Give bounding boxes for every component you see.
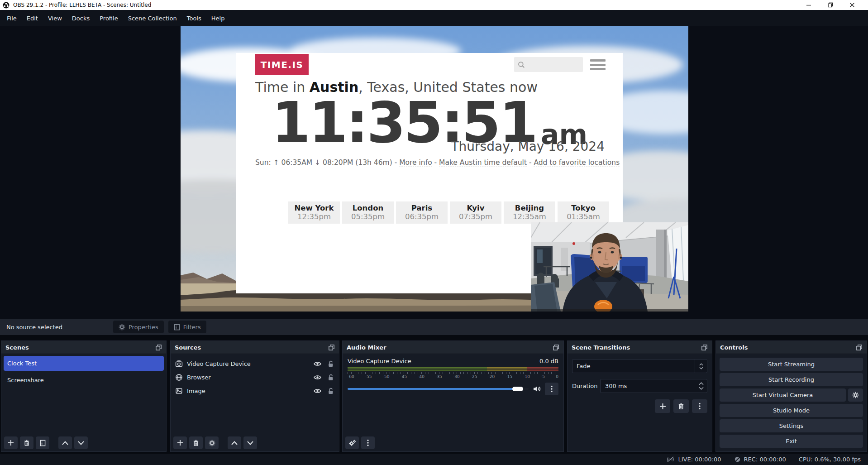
rec-status: REC: 00:00:00 [734,456,786,463]
start-recording-button[interactable]: Start Recording [720,373,863,386]
close-button[interactable] [844,0,860,10]
world-cities-row: New York12:35pm London05:35pm Paris06:35… [288,201,609,224]
program-preview-canvas[interactable]: TIME.IS Time in Austin, Texas, United St… [181,26,688,312]
studio-mode-button[interactable]: Studio Mode [720,404,863,417]
sources-list: Video Capture Device Browser [171,357,339,398]
volume-slider-handle[interactable] [512,387,523,391]
popout-icon[interactable] [155,344,162,351]
menu-edit[interactable]: Edit [22,11,43,26]
cpu-fps-status: CPU: 0.6%, 30.00 fps [799,456,861,463]
settings-button[interactable]: Settings [720,419,863,432]
popout-icon[interactable] [553,344,559,351]
menu-view[interactable]: View [43,11,67,26]
scene-item-screenshare[interactable]: Screenshare [4,373,164,388]
globe-icon [175,374,183,381]
channel-options-button[interactable] [545,383,558,395]
properties-button[interactable]: Properties [113,321,164,333]
sources-panel-header: Sources [171,341,339,354]
controls-panel-header: Controls [716,341,867,354]
add-scene-button[interactable] [4,436,18,449]
start-streaming-button[interactable]: Start Streaming [720,358,863,371]
chevron-up-icon [62,441,68,445]
exit-button[interactable]: Exit [720,435,863,448]
volume-slider[interactable] [348,388,529,390]
mixer-options-button[interactable] [361,436,375,449]
advanced-audio-button[interactable] [345,436,359,449]
make-default-link: Make Austin time default [439,158,527,167]
minimize-button[interactable] [801,0,816,10]
add-source-button[interactable] [173,436,187,449]
speaker-icon[interactable] [533,385,541,393]
remove-transition-button[interactable] [673,399,689,413]
scenes-toolbar [4,436,88,449]
rec-timer: REC: 00:00:00 [744,456,786,463]
window-titlebar: OBS 29.1.2 - Profile: LLHLS BETA - Scene… [0,0,868,10]
remove-scene-button[interactable] [20,436,33,449]
unlock-icon[interactable] [327,374,334,381]
select-arrows-icon [695,363,707,369]
live-timer: LIVE: 00:00:00 [678,456,721,463]
move-scene-up-button[interactable] [58,436,72,449]
dots-vertical-icon [699,403,701,410]
plus-icon [177,440,183,446]
minimize-icon [806,2,811,8]
mixer-channel-name: Video Capture Device [348,358,411,364]
remove-source-button[interactable] [189,436,203,449]
sources-panel: Sources Video Capture Device Brow [170,340,339,452]
scene-item-clock-test[interactable]: Clock Test [4,356,164,371]
spin-down-icon[interactable] [699,387,704,390]
cpu-fps-text: CPU: 0.6%, 30.00 fps [799,456,861,463]
popout-icon[interactable] [328,344,335,351]
spin-up-icon[interactable] [699,382,704,385]
gear-icon [852,392,859,398]
menu-tools[interactable]: Tools [182,11,206,26]
more-info-link: More info [399,158,432,167]
chevron-up-icon [231,441,238,445]
record-inactive-icon [734,456,741,463]
restore-button[interactable] [823,0,838,10]
transitions-panel-header: Scene Transitions [568,341,712,354]
preview-workspace: TIME.IS Time in Austin, Texas, United St… [0,26,868,319]
menu-profile[interactable]: Profile [95,11,123,26]
unlock-icon[interactable] [327,387,334,395]
popout-icon[interactable] [701,344,708,351]
menu-help[interactable]: Help [206,11,230,26]
scenes-panel: Scenes Clock Test Screenshare [1,340,167,452]
scene-filters-button[interactable] [36,436,49,449]
menu-scene-collection[interactable]: Scene Collection [123,11,182,26]
camera-icon [175,360,183,368]
move-scene-down-button[interactable] [74,436,88,449]
search-input [525,61,579,68]
menu-file[interactable]: File [2,11,22,26]
source-properties-button[interactable] [205,436,219,449]
mixer-channel: Video Capture Device 0.0 dB -60-55-50-45… [343,354,563,395]
add-transition-button[interactable] [655,399,670,413]
visibility-eye-icon[interactable] [314,360,321,368]
move-source-down-button[interactable] [243,436,257,449]
hamburger-menu-icon [590,59,606,70]
start-virtual-camera-button[interactable]: Start Virtual Camera [720,388,846,402]
unlock-icon[interactable] [327,360,334,368]
virtual-camera-config-button[interactable] [848,388,863,402]
restore-icon [828,2,833,8]
menu-docks[interactable]: Docks [67,11,95,26]
source-row-image[interactable]: Image [171,384,339,398]
timeis-date: Thursday, May 16, 2024 [451,139,605,154]
visibility-eye-icon[interactable] [314,374,321,381]
transition-options-button[interactable] [692,399,707,413]
source-row-browser[interactable]: Browser [171,370,339,384]
chevron-down-icon [247,441,253,445]
popout-icon[interactable] [856,344,863,351]
volume-meter [348,367,558,369]
plus-icon [659,403,666,410]
transition-select[interactable]: Fade [572,359,707,373]
audio-mixer-header: Audio Mixer [343,341,563,354]
controls-panel: Controls Start Streaming Start Recording… [715,340,867,452]
duration-spinbox[interactable]: 300 ms [600,379,707,393]
source-row-video-capture[interactable]: Video Capture Device [171,357,339,370]
filters-button[interactable]: Filters [168,321,206,333]
menu-bar: File Edit View Docks Profile Scene Colle… [0,10,868,26]
search-icon [517,61,525,69]
visibility-eye-icon[interactable] [314,387,321,395]
move-source-up-button[interactable] [228,436,241,449]
